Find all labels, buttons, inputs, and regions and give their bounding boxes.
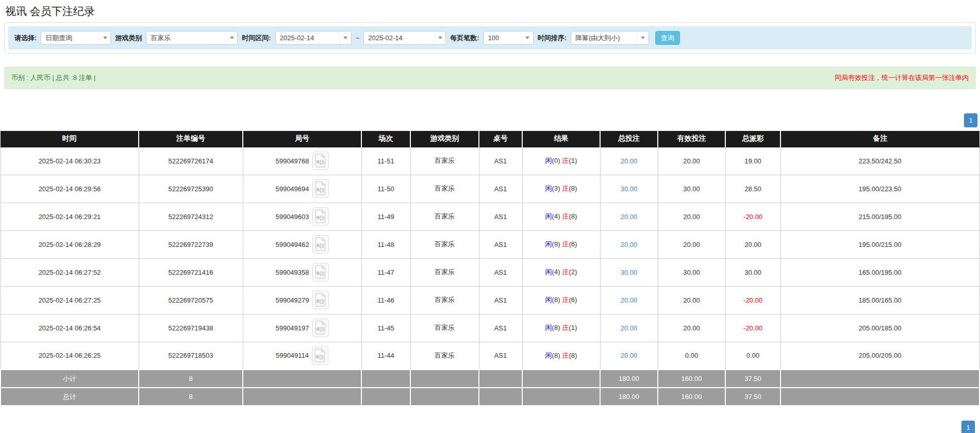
pagination-bottom: 1 [0, 421, 975, 433]
date-to-select[interactable]: 2025-02-14 [363, 31, 446, 45]
result-player-value: (3) [552, 185, 560, 192]
col-payout: 总派彩 [725, 131, 780, 147]
cell-remark: 205.00/185.00 [780, 314, 979, 342]
search-button[interactable]: 查询 [655, 31, 680, 45]
result-player-value: (8) [552, 352, 560, 359]
cell-payout: 19.00 [725, 147, 780, 175]
result-player-label: 闲 [545, 185, 552, 192]
result-banker-value: (8) [569, 212, 577, 220]
cell-round: 599049694 [243, 175, 361, 203]
cell-round: 599049462 [243, 230, 361, 258]
query-type-select[interactable]: 日期查询 [41, 31, 111, 45]
cell-time: 2025-02-14 06:30:23 [1, 147, 139, 175]
cell-game: 百家乐 [410, 342, 479, 370]
video-file-button[interactable] [312, 346, 328, 365]
pagination-top: 1 [0, 113, 977, 127]
cell-game: 百家乐 [410, 314, 479, 342]
summary-bar: 币别 : 人民币 | 总共 :8 注单 | 同局有效投注，统一计算在该局第一张注… [4, 66, 976, 89]
cell-remark: 215.00/195.00 [780, 203, 979, 230]
cell-time: 2025-02-14 06:28:29 [1, 230, 139, 258]
cell-time: 2025-02-14 06:27:25 [1, 286, 139, 314]
result-player-label: 闲 [545, 296, 552, 304]
result-player-label: 闲 [545, 352, 552, 359]
cell-session: 11-46 [361, 286, 410, 314]
total-bet-link[interactable]: 20.00 [621, 213, 638, 221]
time-sort-select[interactable]: 降冪(由大到小) [571, 31, 649, 45]
cell-bet-id: 522269720575 [139, 286, 243, 314]
subtotal-count: 8 [139, 370, 243, 388]
result-player-label: 闲 [545, 157, 552, 164]
cell-time: 2025-02-14 06:26:25 [1, 342, 139, 370]
video-file-icon [315, 209, 326, 223]
total-bet-link[interactable]: 20.00 [621, 352, 638, 359]
cell-valid-bet: 0.00 [658, 342, 725, 370]
total-bet-link[interactable]: 30.00 [621, 185, 638, 193]
col-remark: 备注 [780, 131, 979, 147]
cell-session: 11-49 [361, 203, 410, 230]
chevron-down-icon[interactable] [637, 31, 649, 44]
round-number: 599049603 [275, 213, 309, 221]
result-banker-value: (6) [569, 240, 577, 248]
video-file-button[interactable] [312, 152, 329, 170]
cell-valid-bet: 30.00 [658, 175, 725, 203]
result-banker-label: 庄 [562, 240, 569, 248]
total-bet-link[interactable]: 20.00 [621, 324, 638, 332]
video-file-button[interactable] [312, 319, 329, 337]
cell-remark: 205.00/205.00 [780, 342, 979, 370]
cell-round: 599049279 [243, 286, 361, 314]
chevron-down-icon[interactable] [340, 31, 351, 44]
cell-payout: -20.00 [725, 286, 780, 314]
cell-bet-id: 522269721416 [139, 258, 243, 286]
cell-round: 599049603 [243, 203, 361, 230]
col-total-bet: 总投注 [600, 131, 658, 147]
video-file-button[interactable] [312, 207, 329, 226]
cell-total-bet: 30.00 [600, 258, 658, 286]
query-type-value: 日期查询 [41, 31, 99, 44]
page-size-value: 100 [484, 31, 522, 44]
video-file-icon [315, 181, 326, 195]
chevron-down-icon[interactable] [99, 31, 110, 44]
table-footer: 小计 8 180.00 160.00 37.50 总计 8 180.00 160… [1, 370, 979, 406]
video-file-button[interactable] [312, 235, 329, 254]
result-banker-value: (1) [569, 324, 577, 331]
round-number: 599049279 [275, 296, 309, 304]
page-1-button[interactable]: 1 [964, 113, 977, 127]
video-file-icon [315, 154, 326, 168]
total-bet-link[interactable]: 20.00 [621, 241, 638, 248]
video-file-button[interactable] [312, 263, 329, 281]
cell-table-no: AS1 [479, 286, 522, 314]
total-bet-link[interactable]: 20.00 [621, 296, 638, 304]
page-size-label: 每页笔数: [450, 34, 479, 43]
page-title: 视讯 会员下注纪录 [5, 4, 980, 19]
total-bet-link[interactable]: 30.00 [621, 269, 638, 276]
filter-bar: 请选择: 日期查询 游戏类别 百家乐 时间区间: 2025-02-14 ~ 20… [8, 26, 972, 49]
chevron-down-icon[interactable] [226, 31, 237, 44]
table-body: 2025-02-14 06:30:23 522269726174 5990497… [1, 147, 979, 370]
cell-table-no: AS1 [479, 258, 522, 286]
col-valid-bet: 有效投注 [658, 131, 725, 147]
page-1-button[interactable]: 1 [961, 421, 975, 433]
game-category-select[interactable]: 百家乐 [146, 31, 238, 45]
video-file-button[interactable] [312, 179, 329, 198]
result-banker-label: 庄 [562, 212, 569, 220]
round-number: 599049197 [275, 324, 309, 332]
query-type-label: 请选择: [14, 34, 37, 43]
cell-session: 11-50 [361, 175, 410, 203]
chevron-down-icon[interactable] [522, 31, 533, 44]
cell-time: 2025-02-14 06:27:52 [1, 258, 139, 286]
total-bet-link[interactable]: 20.00 [621, 157, 638, 165]
page-size-select[interactable]: 100 [484, 31, 534, 45]
cell-total-bet: 20.00 [600, 286, 658, 314]
cell-bet-id: 522269718503 [139, 342, 243, 370]
date-from-select[interactable]: 2025-02-14 [275, 31, 352, 45]
filter-panel: 请选择: 日期查询 游戏类别 百家乐 时间区间: 2025-02-14 ~ 20… [4, 22, 976, 54]
game-category-value: 百家乐 [146, 31, 226, 44]
cell-bet-id: 522269725390 [139, 175, 243, 203]
cell-result: 闲(9)庄(6) [522, 230, 600, 258]
video-file-button[interactable] [312, 291, 329, 309]
cell-valid-bet: 20.00 [658, 147, 725, 175]
chevron-down-icon[interactable] [434, 31, 445, 44]
result-banker-value: (8) [569, 185, 577, 192]
cell-time: 2025-02-14 06:29:56 [1, 175, 139, 203]
round-number: 599049358 [275, 269, 309, 276]
